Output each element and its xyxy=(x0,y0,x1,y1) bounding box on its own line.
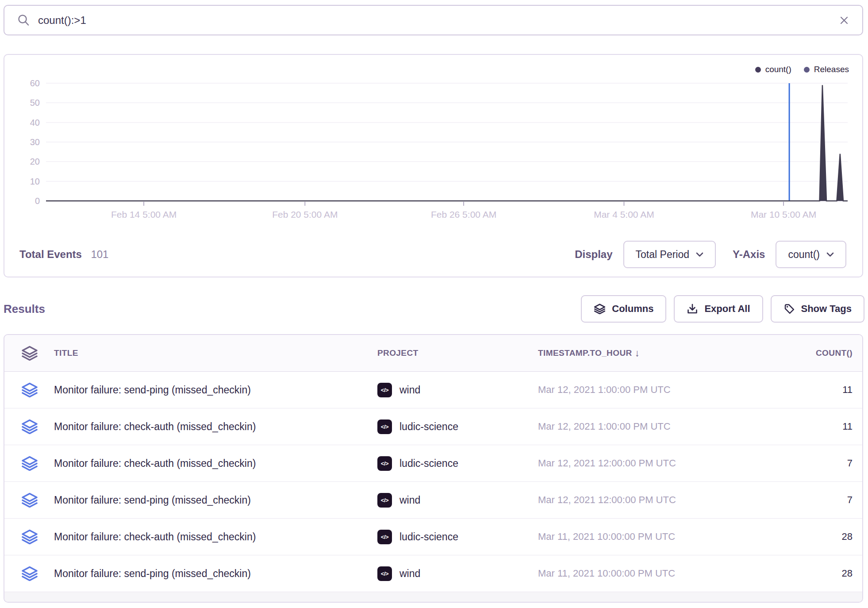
project-name: wind xyxy=(399,568,420,580)
total-events-value: 101 xyxy=(91,248,108,260)
yaxis-label: Y-Axis xyxy=(733,248,765,261)
legend-label: Releases xyxy=(814,65,849,74)
results-header-row: Results Columns Export All xyxy=(4,295,864,323)
svg-text:Feb 26 5:00 AM: Feb 26 5:00 AM xyxy=(431,209,496,219)
svg-text:40: 40 xyxy=(30,118,40,127)
project-platform-icon: </> xyxy=(377,493,392,508)
project-platform-icon: </> xyxy=(377,383,392,397)
sort-desc-arrow-icon: ↓ xyxy=(635,347,640,359)
yaxis-dropdown-value: count() xyxy=(788,249,820,261)
column-header-timestamp[interactable]: TIMESTAMP.TO_HOUR ↓ xyxy=(538,347,759,359)
show-tags-button-label: Show Tags xyxy=(801,303,852,315)
stack-icon xyxy=(4,456,54,471)
chart-legend: count() Releases xyxy=(755,65,849,74)
table-row: Monitor failure: check-auth (missed_chec… xyxy=(4,445,862,482)
search-input[interactable]: count():>1 xyxy=(38,14,838,27)
stack-icon xyxy=(4,346,54,361)
svg-text:60: 60 xyxy=(30,78,40,88)
svg-text:0: 0 xyxy=(35,196,40,206)
table-row: Monitor failure: check-auth (missed_chec… xyxy=(4,408,862,445)
table-row: Monitor failure: send-ping (missed_check… xyxy=(4,555,862,592)
table-footer xyxy=(4,592,862,602)
svg-text:10: 10 xyxy=(30,177,40,186)
results-heading: Results xyxy=(4,302,45,316)
event-title-link[interactable]: Monitor failure: check-auth (missed_chec… xyxy=(54,421,377,433)
event-title-link[interactable]: Monitor failure: send-ping (missed_check… xyxy=(54,568,377,580)
count-value: 7 xyxy=(847,458,862,469)
column-header-title[interactable]: TITLE xyxy=(54,348,377,358)
legend-item-count[interactable]: count() xyxy=(755,65,791,74)
results-table: TITLE PROJECT TIMESTAMP.TO_HOUR ↓ COUNT(… xyxy=(4,334,863,603)
project-name: ludic-science xyxy=(399,421,458,433)
project-cell: </> wind xyxy=(377,383,538,397)
chart-panel: count() Releases 0102030405060Feb 14 5:0… xyxy=(4,54,863,277)
project-cell: </> wind xyxy=(377,566,538,581)
project-platform-icon: </> xyxy=(377,566,392,581)
timestamp-value: Mar 12, 2021 12:00:00 PM UTC xyxy=(538,458,759,469)
search-bar[interactable]: count():>1 xyxy=(4,5,863,35)
project-name: wind xyxy=(399,494,420,506)
tag-icon xyxy=(784,303,795,315)
count-value: 7 xyxy=(847,494,862,506)
project-cell: </> ludic-science xyxy=(377,456,538,471)
legend-label: count() xyxy=(765,65,791,74)
event-title-link[interactable]: Monitor failure: check-auth (missed_chec… xyxy=(54,531,377,543)
table-header: TITLE PROJECT TIMESTAMP.TO_HOUR ↓ COUNT(… xyxy=(4,335,862,372)
svg-text:Mar 10 5:00 AM: Mar 10 5:00 AM xyxy=(751,209,816,219)
timestamp-value: Mar 12, 2021 1:00:00 PM UTC xyxy=(538,421,759,432)
show-tags-button[interactable]: Show Tags xyxy=(771,295,865,323)
event-title-link[interactable]: Monitor failure: check-auth (missed_chec… xyxy=(54,458,377,469)
column-header-project[interactable]: PROJECT xyxy=(377,348,538,358)
project-platform-icon: </> xyxy=(377,456,392,471)
table-row: Monitor failure: check-auth (missed_chec… xyxy=(4,519,862,555)
project-platform-icon: </> xyxy=(377,530,392,544)
chart-footer: Total Events 101 Display Total Period Y-… xyxy=(4,240,862,269)
total-events: Total Events 101 xyxy=(19,248,108,261)
svg-text:Mar 4 5:00 AM: Mar 4 5:00 AM xyxy=(594,209,654,219)
stack-icon xyxy=(594,304,606,314)
download-icon xyxy=(687,303,698,315)
event-title-link[interactable]: Monitor failure: send-ping (missed_check… xyxy=(54,384,377,396)
timestamp-value: Mar 12, 2021 1:00:00 PM UTC xyxy=(538,384,759,396)
stack-icon xyxy=(4,566,54,581)
stack-icon xyxy=(4,382,54,397)
legend-item-releases[interactable]: Releases xyxy=(804,65,849,74)
table-row: Monitor failure: send-ping (missed_check… xyxy=(4,482,862,519)
table-row: Monitor failure: send-ping (missed_check… xyxy=(4,372,862,408)
project-platform-icon: </> xyxy=(377,419,392,434)
count-value: 28 xyxy=(842,568,862,579)
timestamp-value: Mar 11, 2021 10:00:00 PM UTC xyxy=(538,531,759,543)
stack-icon xyxy=(4,529,54,544)
column-header-count[interactable]: COUNT() xyxy=(816,348,862,358)
display-dropdown[interactable]: Total Period xyxy=(623,241,716,268)
table-body: Monitor failure: send-ping (missed_check… xyxy=(4,372,862,592)
chevron-down-icon xyxy=(826,252,834,257)
count-value: 11 xyxy=(842,421,862,432)
svg-text:20: 20 xyxy=(30,157,40,166)
display-dropdown-value: Total Period xyxy=(636,249,689,261)
count-value: 28 xyxy=(842,531,862,543)
stack-icon xyxy=(4,419,54,434)
svg-text:30: 30 xyxy=(30,137,40,147)
timestamp-value: Mar 11, 2021 10:00:00 PM UTC xyxy=(538,568,759,579)
columns-button-label: Columns xyxy=(612,303,653,315)
stack-icon xyxy=(4,493,54,508)
yaxis-dropdown[interactable]: count() xyxy=(776,241,846,268)
event-title-link[interactable]: Monitor failure: send-ping (missed_check… xyxy=(54,494,377,506)
count-legend-dot xyxy=(755,67,761,73)
project-name: wind xyxy=(399,384,420,396)
total-events-label: Total Events xyxy=(19,248,82,260)
releases-legend-dot xyxy=(804,67,810,73)
columns-button[interactable]: Columns xyxy=(581,295,666,323)
clear-search-icon[interactable] xyxy=(838,15,850,26)
project-name: ludic-science xyxy=(399,458,458,469)
events-over-time-chart: 0102030405060Feb 14 5:00 AMFeb 20 5:00 A… xyxy=(4,55,862,232)
display-label: Display xyxy=(575,248,612,261)
discover-page: count():>1 count() Releases 010203040506… xyxy=(0,0,868,608)
svg-text:50: 50 xyxy=(30,98,40,108)
project-cell: </> ludic-science xyxy=(377,530,538,544)
search-icon xyxy=(17,14,30,27)
export-all-button[interactable]: Export All xyxy=(674,295,763,323)
svg-text:Feb 14 5:00 AM: Feb 14 5:00 AM xyxy=(111,209,177,219)
project-cell: </> ludic-science xyxy=(377,419,538,434)
